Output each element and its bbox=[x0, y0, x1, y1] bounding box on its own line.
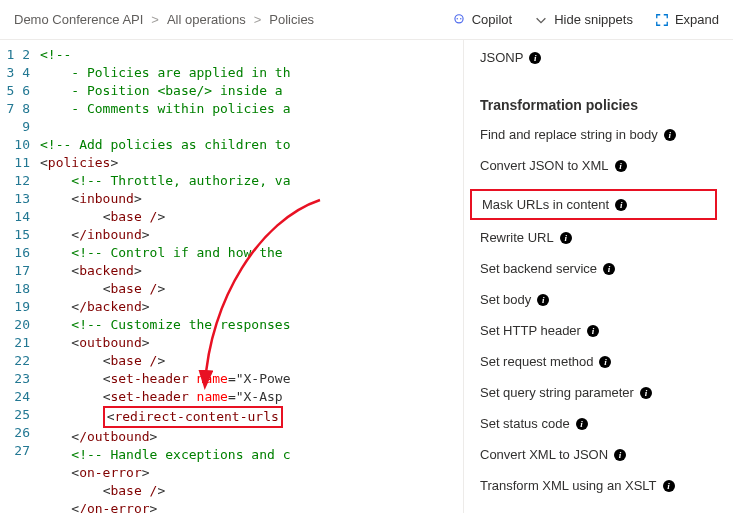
policy-label: Convert JSON to XML bbox=[480, 158, 609, 173]
hide-snippets-button[interactable]: Hide snippets bbox=[534, 12, 633, 27]
info-icon[interactable]: i bbox=[599, 356, 611, 368]
hide-snippets-label: Hide snippets bbox=[554, 12, 633, 27]
svg-point-0 bbox=[455, 14, 463, 22]
breadcrumb-root[interactable]: Demo Conference API bbox=[14, 12, 143, 27]
toolbar-actions: Copilot Hide snippets Expand bbox=[452, 12, 719, 27]
line-gutter: 1 2 3 4 5 6 7 8 9 10 11 12 13 14 15 16 1… bbox=[0, 40, 40, 513]
policy-find-replace[interactable]: Find and replace string in bodyi bbox=[480, 127, 676, 142]
policy-label: Convert XML to JSON bbox=[480, 447, 608, 462]
info-icon[interactable]: i bbox=[603, 263, 615, 275]
code-line: - Comments within policies a bbox=[40, 101, 290, 116]
expand-label: Expand bbox=[675, 12, 719, 27]
top-bar: Demo Conference API > All operations > P… bbox=[0, 0, 733, 40]
svg-point-1 bbox=[456, 18, 458, 20]
code-line: - Position <base/> inside a bbox=[40, 83, 283, 98]
policy-xml-to-json[interactable]: Convert XML to JSONi bbox=[480, 447, 626, 462]
expand-button[interactable]: Expand bbox=[655, 12, 719, 27]
policy-label: Set backend service bbox=[480, 261, 597, 276]
policy-label: Find and replace string in body bbox=[480, 127, 658, 142]
policy-set-status-code[interactable]: Set status codei bbox=[480, 416, 588, 431]
policy-transform-xslt[interactable]: Transform XML using an XSLTi bbox=[480, 478, 675, 493]
info-icon[interactable]: i bbox=[614, 449, 626, 461]
policy-label: Set status code bbox=[480, 416, 570, 431]
policy-rewrite-url[interactable]: Rewrite URLi bbox=[480, 230, 572, 245]
copilot-icon bbox=[452, 13, 466, 27]
code-line: <!-- bbox=[40, 47, 71, 62]
policy-json-to-xml[interactable]: Convert JSON to XMLi bbox=[480, 158, 627, 173]
breadcrumb: Demo Conference API > All operations > P… bbox=[14, 12, 314, 27]
breadcrumb-sep: > bbox=[151, 12, 159, 27]
policy-jsonp[interactable]: JSONP i bbox=[480, 50, 541, 65]
code-line: - Policies are applied in th bbox=[40, 65, 290, 80]
copilot-label: Copilot bbox=[472, 12, 512, 27]
policy-label: Transform XML using an XSLT bbox=[480, 478, 657, 493]
info-icon[interactable]: i bbox=[587, 325, 599, 337]
breadcrumb-leaf: Policies bbox=[269, 12, 314, 27]
policy-label: JSONP bbox=[480, 50, 523, 65]
expand-icon bbox=[655, 13, 669, 27]
code-line: <!-- Add policies as children to bbox=[40, 137, 290, 152]
info-icon[interactable]: i bbox=[529, 52, 541, 64]
copilot-button[interactable]: Copilot bbox=[452, 12, 512, 27]
policy-set-request-method[interactable]: Set request methodi bbox=[480, 354, 611, 369]
code-editor[interactable]: 1 2 3 4 5 6 7 8 9 10 11 12 13 14 15 16 1… bbox=[0, 40, 463, 513]
breadcrumb-mid[interactable]: All operations bbox=[167, 12, 246, 27]
info-icon[interactable]: i bbox=[537, 294, 549, 306]
snippet-panel: JSONP i Transformation policies Find and… bbox=[463, 40, 733, 513]
info-icon[interactable]: i bbox=[576, 418, 588, 430]
policy-label: Mask URLs in content bbox=[482, 197, 609, 212]
info-icon[interactable]: i bbox=[640, 387, 652, 399]
info-icon[interactable]: i bbox=[663, 480, 675, 492]
highlighted-code: <redirect-content-urls bbox=[103, 406, 283, 428]
policy-set-backend[interactable]: Set backend servicei bbox=[480, 261, 615, 276]
info-icon[interactable]: i bbox=[664, 129, 676, 141]
policy-mask-urls[interactable]: Mask URLs in contenti bbox=[482, 197, 627, 212]
svg-point-2 bbox=[460, 18, 462, 20]
policy-label: Set query string parameter bbox=[480, 385, 634, 400]
section-header: Transformation policies bbox=[480, 97, 717, 113]
policy-label: Set HTTP header bbox=[480, 323, 581, 338]
policy-label: Set body bbox=[480, 292, 531, 307]
info-icon[interactable]: i bbox=[560, 232, 572, 244]
policy-set-query-string[interactable]: Set query string parameteri bbox=[480, 385, 652, 400]
policy-label: Set request method bbox=[480, 354, 593, 369]
info-icon[interactable]: i bbox=[615, 160, 627, 172]
breadcrumb-sep: > bbox=[254, 12, 262, 27]
policy-set-http-header[interactable]: Set HTTP headeri bbox=[480, 323, 599, 338]
policy-set-body[interactable]: Set bodyi bbox=[480, 292, 549, 307]
policy-label: Rewrite URL bbox=[480, 230, 554, 245]
info-icon[interactable]: i bbox=[615, 199, 627, 211]
highlighted-policy: Mask URLs in contenti bbox=[470, 189, 717, 220]
chevron-down-icon bbox=[534, 13, 548, 27]
code-area[interactable]: <!-- - Policies are applied in th - Posi… bbox=[40, 40, 463, 513]
